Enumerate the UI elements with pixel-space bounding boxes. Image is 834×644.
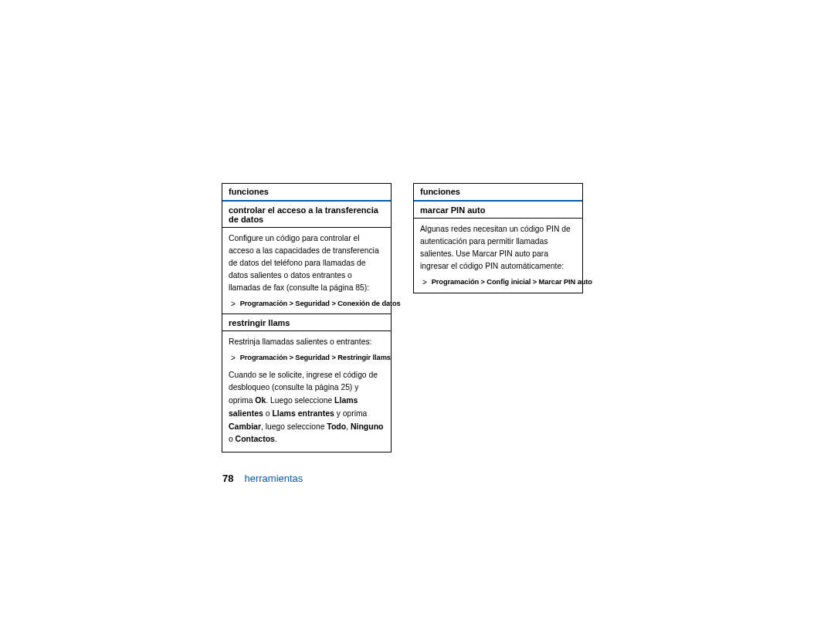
table-header: funciones <box>222 184 391 202</box>
section-title: controlar el acceso a la transferencia d… <box>222 202 391 228</box>
body-text: Configure un código para controlar el ac… <box>222 228 391 297</box>
left-column: funciones controlar el acceso a la trans… <box>222 183 392 452</box>
body-text: Algunas redes necesitan un código PIN de… <box>414 219 582 276</box>
chevron-right-icon: > <box>231 354 236 362</box>
path-text: Programación > Seguridad > Restringir ll… <box>240 354 391 361</box>
table-header: funciones <box>414 184 582 202</box>
section-title: marcar PIN auto <box>414 202 582 219</box>
page-number: 78 <box>222 473 233 484</box>
section-title: restringir llams <box>222 314 391 331</box>
chevron-right-icon: > <box>231 300 236 308</box>
menu-path: > Programación > Seguridad > Conexión de… <box>222 297 391 314</box>
path-text: Programación > Config inicial > Marcar P… <box>432 278 592 286</box>
chevron-right-icon: > <box>422 278 427 286</box>
menu-path: > Programación > Config inicial > Marcar… <box>414 276 582 293</box>
body-text: Cuando se le solicite, ingrese el código… <box>222 368 391 452</box>
path-text: Programación > Seguridad > Conexión de d… <box>240 300 401 307</box>
body-text: Restrinja llamadas salientes o entrantes… <box>222 331 391 351</box>
right-column: funciones marcar PIN auto Algunas redes … <box>413 183 583 293</box>
page-footer: 78herramientas <box>222 473 303 484</box>
menu-path: > Programación > Seguridad > Restringir … <box>222 351 391 368</box>
section-name: herramientas <box>244 473 303 484</box>
